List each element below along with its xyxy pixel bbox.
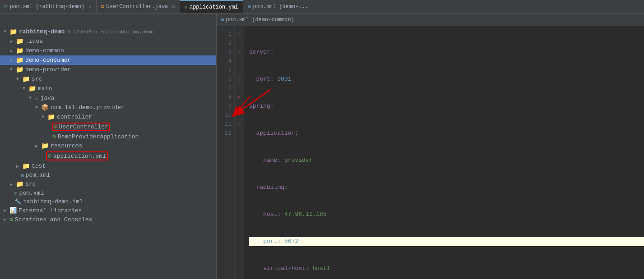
- tab-label: pom.xml (rabbitmq-demo): [10, 4, 85, 10]
- line-num: 4: [217, 57, 232, 66]
- tree-item-src[interactable]: 📁 src: [0, 74, 216, 84]
- item-label: demo-consumer: [25, 57, 71, 64]
- item-label: pom.xml: [26, 172, 51, 178]
- line-num: 3: [217, 48, 232, 57]
- yml-icon: ⚙: [185, 5, 187, 10]
- folder-icon: ☕: [35, 94, 38, 102]
- arrow-icon: [29, 96, 33, 101]
- tree-item-pom-provider[interactable]: m pom.xml: [0, 171, 216, 179]
- line-num: 9: [217, 102, 232, 111]
- folder-icon: 📁: [16, 37, 23, 45]
- tree-item-user-controller[interactable]: © UserController: [0, 122, 216, 132]
- tab-user-controller[interactable]: C UserController.java ✕: [97, 0, 180, 13]
- tree-item-idea[interactable]: 📁 .idea: [0, 37, 216, 46]
- code-line-1: server:: [249, 48, 644, 57]
- code-line-8: port: 5672: [249, 237, 644, 246]
- item-label: src: [32, 76, 42, 82]
- user-controller-highlight: © UserController: [52, 123, 110, 131]
- arrow-icon: [35, 143, 40, 149]
- item-label: External Libraries: [19, 207, 82, 214]
- tree-item-scratches[interactable]: ⚙ Scratches and Consoles: [0, 215, 216, 224]
- item-label: resources: [51, 142, 82, 149]
- application-yml-highlight: ⚙ application.yml: [46, 151, 108, 160]
- item-label: DemoProviderApplication: [58, 133, 139, 140]
- tree-item-rabbitmq-demo[interactable]: 📁 rabbitmq-demo D:\IdeaProjects\rabbitmq…: [0, 27, 216, 37]
- tab-application-yml[interactable]: ⚙ application.yml: [180, 0, 243, 13]
- scratch-icon: ⚙: [9, 216, 13, 223]
- line-num: 6: [217, 75, 232, 84]
- tree-item-java[interactable]: ☕ java: [0, 93, 216, 103]
- item-label: UserController: [59, 123, 108, 130]
- tab-label: UserController.java: [106, 4, 168, 10]
- tree-item-package[interactable]: 📦 com.lkl.demo.provider: [0, 103, 216, 112]
- tree-item-demo-common[interactable]: 📁 demo-common: [0, 46, 216, 55]
- m-icon: m: [5, 4, 8, 9]
- tab-pom-rabbitmq[interactable]: m pom.xml (rabbitmq-demo) ✕: [0, 0, 97, 13]
- tree-item-pom-root[interactable]: m pom.xml: [0, 189, 216, 197]
- tree-item-demo-provider[interactable]: 📁 demo-provider: [0, 65, 216, 74]
- j-icon: C: [101, 4, 104, 9]
- code-line-6: rabbitmq:: [249, 183, 644, 192]
- item-label: rabbitmq-demo: [19, 28, 65, 35]
- arrow-icon: [10, 67, 14, 72]
- folder-icon: 📁: [16, 180, 23, 188]
- tree-item-external-libs[interactable]: 📊 External Libraries: [0, 206, 216, 215]
- folder-icon: 📁: [41, 142, 49, 150]
- arrow-icon: [10, 58, 14, 63]
- line-num: 2: [217, 39, 232, 48]
- tab-pom-demo-common[interactable]: m pom.xml (demo-common): [217, 14, 299, 26]
- code-lines[interactable]: server: port: 9001 spring: application: …: [244, 26, 644, 279]
- item-label: controller: [57, 114, 92, 120]
- tab-label: pom.xml (demo-...: [253, 4, 308, 10]
- tab-close-icon[interactable]: ✕: [172, 4, 175, 9]
- item-label: java: [40, 95, 54, 101]
- folder-icon: 📁: [9, 28, 17, 36]
- tree-item-test[interactable]: 📁 test: [0, 161, 216, 171]
- item-label: demo-provider: [25, 66, 71, 73]
- tree-item-demo-consumer[interactable]: 📁 demo-consumer: [0, 55, 216, 65]
- code-line-5: name: provider: [249, 156, 644, 165]
- folder-icon: 📁: [22, 162, 30, 170]
- package-icon: 📦: [41, 104, 49, 111]
- tab-close-icon[interactable]: ✕: [88, 4, 92, 9]
- item-label: pom.xml: [19, 190, 44, 197]
- tree-item-demo-provider-app[interactable]: ⚙ DemoProviderApplication: [0, 132, 216, 141]
- arrow-icon: [16, 164, 21, 169]
- tab-bar: m pom.xml (rabbitmq-demo) ✕ C UserContro…: [0, 0, 644, 14]
- tree-item-iml[interactable]: 🔧 rabbitmq-demo.iml: [0, 197, 216, 206]
- app-icon: ⚙: [52, 133, 56, 140]
- tree-item-controller[interactable]: 📁 controller: [0, 112, 216, 122]
- folder-icon: 📁: [28, 85, 36, 92]
- item-label: test: [32, 163, 46, 169]
- arrow-icon: [23, 86, 27, 91]
- item-path: D:\IdeaProjects\rabbitmq-demo: [67, 29, 153, 35]
- code-gutter: ◇ ◇ ◇ ➤ ◇: [235, 26, 244, 279]
- m-icon-2: m: [221, 17, 224, 23]
- tab-pom-demo[interactable]: m pom.xml (demo-...: [243, 0, 313, 13]
- code-line-3: spring:: [249, 102, 644, 111]
- tree-item-src-root[interactable]: 📁 src: [0, 179, 216, 189]
- tree-item-resources[interactable]: 📁 resources: [0, 141, 216, 151]
- line-num: 8: [217, 93, 232, 102]
- line-num: 5: [217, 66, 232, 75]
- lib-icon: 📊: [9, 207, 17, 214]
- arrow-icon: [42, 114, 46, 119]
- arrow-icon: [10, 48, 14, 54]
- arrow-icon: [35, 105, 40, 110]
- main-area: 📁 rabbitmq-demo D:\IdeaProjects\rabbitmq…: [0, 26, 644, 279]
- iml-icon: 🔧: [14, 198, 21, 205]
- item-label: Scratches and Consoles: [15, 216, 93, 223]
- secondary-tab-label: pom.xml (demo-common): [226, 17, 294, 23]
- arrow-icon: [10, 39, 14, 44]
- pom-icon: m: [21, 173, 24, 178]
- line-numbers: 1 2 3 4 5 6 7 8 9 10 11 12: [217, 26, 235, 279]
- code-editor[interactable]: 1 2 3 4 5 6 7 8 9 10 11 12 ◇ ◇ ◇: [217, 26, 644, 279]
- line-num: 12: [217, 129, 232, 138]
- line-num: 10: [217, 111, 232, 120]
- item-label: main: [38, 85, 52, 92]
- tree-item-application-yml[interactable]: ⚙ application.yml: [0, 151, 216, 161]
- project-sidebar[interactable]: 📁 rabbitmq-demo D:\IdeaProjects\rabbitmq…: [0, 26, 217, 279]
- tree-item-main[interactable]: 📁 main: [0, 84, 216, 93]
- line-num: 1: [217, 30, 232, 39]
- class-icon: ©: [54, 124, 57, 130]
